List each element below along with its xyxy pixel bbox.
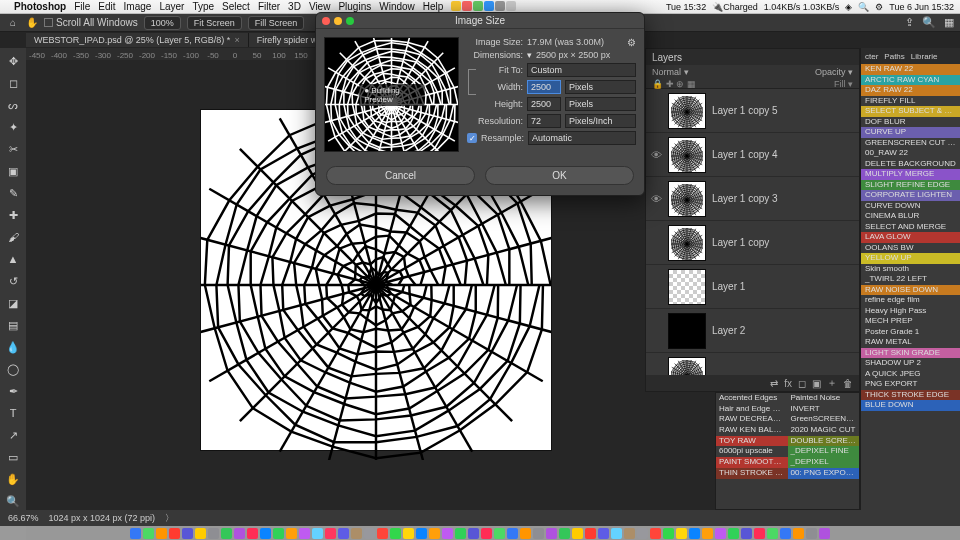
action-item[interactable]: DAZ RAW 22 — [861, 85, 960, 96]
layer-thumbnail[interactable] — [668, 181, 706, 217]
dock-app-icon[interactable] — [195, 528, 206, 539]
dock-app-icon[interactable] — [221, 528, 232, 539]
dock-app-icon[interactable] — [299, 528, 310, 539]
dock-app-icon[interactable] — [377, 528, 388, 539]
ok-button[interactable]: OK — [485, 166, 634, 185]
layer-name[interactable]: Layer 1 — [712, 281, 855, 292]
layer-name[interactable]: Layer 1 copy 3 — [712, 193, 855, 204]
dock-app-icon[interactable] — [572, 528, 583, 539]
marquee-tool-icon[interactable]: ◻ — [4, 74, 22, 92]
action-item[interactable]: Heavy High Pass — [861, 306, 960, 317]
visibility-toggle-icon[interactable]: 👁 — [650, 193, 662, 205]
fill-screen-button[interactable]: Fill Screen — [248, 16, 305, 30]
menu-layer[interactable]: Layer — [159, 1, 184, 12]
layer-mask-icon[interactable]: ◻ — [798, 378, 806, 389]
eraser-tool-icon[interactable]: ◪ — [4, 294, 22, 312]
layer-row[interactable]: Layer 2 — [646, 309, 859, 353]
layers-panel-title[interactable]: Layers — [646, 49, 859, 65]
dock-app-icon[interactable] — [728, 528, 739, 539]
dialog-preview[interactable]: ● Building Preview — [324, 37, 459, 152]
dodge-tool-icon[interactable]: ◯ — [4, 360, 22, 378]
doc-tab-1[interactable]: WEBSTOR_IPAD.psd @ 25% (Layer 5, RGB/8) … — [26, 33, 249, 47]
dock-app-icon[interactable] — [260, 528, 271, 539]
layer-row[interactable] — [646, 353, 859, 375]
dock-app-icon[interactable] — [273, 528, 284, 539]
dock-app-icon[interactable] — [208, 528, 219, 539]
action-item[interactable]: OOLANS BW — [861, 243, 960, 254]
dock-app-icon[interactable] — [468, 528, 479, 539]
layer-thumbnail[interactable] — [668, 357, 706, 376]
menubar-wifi-icon[interactable]: ◈ — [845, 2, 852, 12]
menu-image[interactable]: Image — [124, 1, 152, 12]
action-item[interactable]: RAW DECREASE HIGH... — [716, 414, 788, 425]
dock-app-icon[interactable] — [143, 528, 154, 539]
action-item[interactable]: MECH PREP — [861, 316, 960, 327]
search-icon[interactable]: 🔍 — [922, 16, 936, 29]
dock-app-icon[interactable] — [520, 528, 531, 539]
action-item[interactable]: _TWIRL 22 LEFT — [861, 274, 960, 285]
action-item[interactable]: CINEMA BLUR — [861, 211, 960, 222]
action-item[interactable]: Hair and Edge blur — [716, 404, 788, 415]
action-item[interactable]: CURVE DOWN — [861, 201, 960, 212]
frame-tool-icon[interactable]: ▣ — [4, 162, 22, 180]
dock-app-icon[interactable] — [637, 528, 648, 539]
dock-app-icon[interactable] — [325, 528, 336, 539]
action-item[interactable]: Painted Noise — [788, 393, 860, 404]
crop-tool-icon[interactable]: ✂ — [4, 140, 22, 158]
action-item[interactable]: DELETE BACKGROUND — [861, 159, 960, 170]
hand-tool-icon[interactable]: ✋ — [26, 17, 38, 28]
action-item[interactable]: TOY RAW — [716, 436, 788, 447]
stamp-tool-icon[interactable]: ▲ — [4, 250, 22, 268]
dock-app-icon[interactable] — [234, 528, 245, 539]
zoom-tool-icon[interactable]: 🔍 — [4, 492, 22, 510]
dock-app-icon[interactable] — [156, 528, 167, 539]
action-item[interactable]: BLUE DOWN — [861, 400, 960, 411]
action-item[interactable]: GreenSCREEN BATCH ... — [788, 414, 860, 425]
zoom-100-button[interactable]: 100% — [144, 16, 181, 30]
action-item[interactable]: Poster Grade 1 — [861, 327, 960, 338]
dock-app-icon[interactable] — [663, 528, 674, 539]
heal-tool-icon[interactable]: ✚ — [4, 206, 22, 224]
action-item[interactable]: CURVE UP — [861, 127, 960, 138]
blur-tool-icon[interactable]: 💧 — [4, 338, 22, 356]
layer-row[interactable]: Layer 1 — [646, 265, 859, 309]
layer-thumbnail[interactable] — [668, 137, 706, 173]
height-input[interactable]: 2500 — [527, 97, 561, 111]
dock-app-icon[interactable] — [338, 528, 349, 539]
workspace-icon[interactable]: ▦ — [944, 16, 954, 29]
menubar-spotlight-icon[interactable]: 🔍 — [858, 2, 869, 12]
hand-tool-icon[interactable]: ✋ — [4, 470, 22, 488]
dock-app-icon[interactable] — [403, 528, 414, 539]
dock-app-icon[interactable] — [416, 528, 427, 539]
width-unit-select[interactable]: Pixels — [565, 80, 636, 94]
resample-checkbox[interactable]: ✓ — [467, 133, 477, 143]
dock-app-icon[interactable] — [169, 528, 180, 539]
blend-mode-select[interactable]: Normal ▾ — [652, 67, 689, 77]
layer-thumbnail[interactable] — [668, 93, 706, 129]
fit-screen-button[interactable]: Fit Screen — [187, 16, 242, 30]
dock-app-icon[interactable] — [715, 528, 726, 539]
layer-name[interactable]: Layer 1 copy 4 — [712, 149, 855, 160]
action-item[interactable]: THICK STROKE EDGE — [861, 390, 960, 401]
action-item[interactable]: CORPORATE LIGHTEN — [861, 190, 960, 201]
cancel-button[interactable]: Cancel — [326, 166, 475, 185]
dock-app-icon[interactable] — [585, 528, 596, 539]
dock-app-icon[interactable] — [767, 528, 778, 539]
action-item[interactable]: PAINT SMOOTH STRO... — [716, 457, 788, 468]
fit-to-select[interactable]: Custom — [527, 63, 636, 77]
dock-app-icon[interactable] — [689, 528, 700, 539]
action-item[interactable]: SELECT SUBJECT & CUT — [861, 106, 960, 117]
action-item[interactable]: 00: PNG EXPORT — [788, 468, 860, 479]
dock-app-icon[interactable] — [247, 528, 258, 539]
layer-row[interactable]: Layer 1 copy — [646, 221, 859, 265]
action-item[interactable]: DOUBLE SCREEN — [788, 436, 860, 447]
dock-app-icon[interactable] — [559, 528, 570, 539]
zoom-readout[interactable]: 66.67% — [8, 513, 39, 523]
height-unit-select[interactable]: Pixels — [565, 97, 636, 111]
dock-app-icon[interactable] — [598, 528, 609, 539]
action-item[interactable]: SELECT AND MERGE — [861, 222, 960, 233]
menubar-control-center-icon[interactable]: ⚙ — [875, 2, 883, 12]
layer-name[interactable]: Layer 1 copy — [712, 237, 855, 248]
lock-icons[interactable]: 🔒 ✚ ⊕ ▦ — [652, 79, 696, 89]
menubar-date[interactable]: Tue 6 Jun 15:32 — [889, 2, 954, 12]
